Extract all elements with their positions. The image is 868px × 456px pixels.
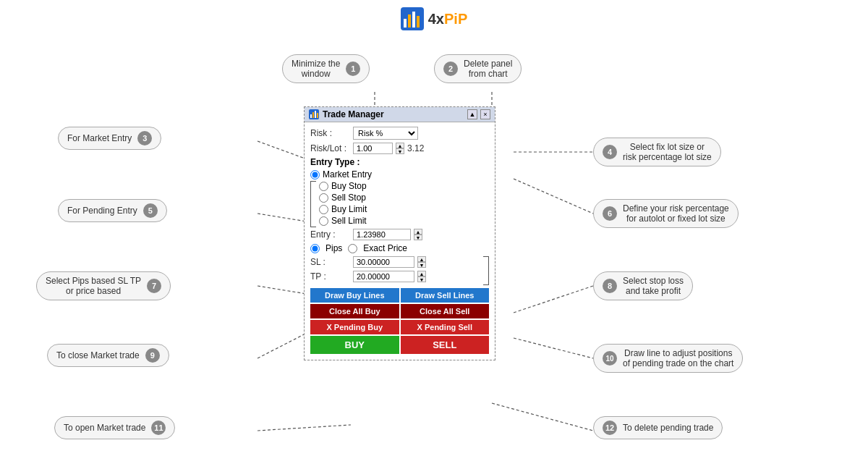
- panel-close-btn[interactable]: ×: [480, 109, 490, 119]
- logo-area: 4xPiP: [401, 7, 468, 30]
- sl-tp-fields: SL : ▲ ▼ TP : ▲ ▼: [310, 256, 482, 285]
- close-market-label: To close Market trade: [56, 350, 140, 360]
- svg-line-9: [258, 286, 311, 295]
- ann-market-entry: For Market Entry 3: [58, 127, 161, 150]
- pending-entry-label: For Pending Entry: [67, 206, 137, 216]
- svg-rect-1: [404, 19, 407, 28]
- draw-lines-row: Draw Buy Lines Draw Sell Lines: [310, 288, 489, 303]
- entry-spinner[interactable]: ▲ ▼: [414, 229, 422, 240]
- radio-sell-stop-input[interactable]: [319, 193, 328, 203]
- pips-label: Pips: [326, 243, 342, 253]
- svg-line-15: [514, 338, 593, 358]
- badge-11: 11: [151, 421, 166, 435]
- pill-delete-pending: 12 To delete pending trade: [593, 416, 723, 439]
- badge-7: 7: [147, 279, 161, 293]
- sell-btn[interactable]: SELL: [401, 336, 490, 354]
- close-all-buy-btn[interactable]: Close All Buy: [310, 304, 399, 318]
- radio-market-entry-input[interactable]: [310, 170, 320, 180]
- draw-buy-lines-btn[interactable]: Draw Buy Lines: [310, 288, 399, 303]
- pill-pending-entry: For Pending Entry 5: [58, 199, 167, 222]
- radio-market-entry[interactable]: Market Entry: [310, 169, 489, 180]
- panel-body: Risk : Risk % Fixed Lot Risk/Lot : ▲ ▼ 3…: [305, 122, 495, 360]
- svg-line-10: [258, 331, 311, 358]
- panel-titlebar: Trade Manager ▲ ×: [305, 107, 495, 122]
- spin-up[interactable]: ▲: [396, 143, 404, 148]
- radio-buy-limit-input[interactable]: [319, 205, 328, 214]
- entry-input[interactable]: [353, 229, 411, 240]
- tp-spinner[interactable]: ▲ ▼: [417, 271, 426, 282]
- sl-spin-down[interactable]: ▼: [417, 262, 426, 268]
- entry-label: Entry :: [310, 229, 350, 240]
- svg-line-11: [258, 425, 351, 431]
- svg-rect-2: [408, 14, 411, 28]
- draw-sell-lines-btn[interactable]: Draw Sell Lines: [401, 288, 490, 303]
- risk-select[interactable]: Risk % Fixed Lot: [353, 127, 418, 140]
- draw-line-label: Draw line to adjust positions of pending…: [623, 348, 733, 368]
- panel-title: Trade Manager: [309, 109, 384, 119]
- radio-buy-limit[interactable]: Buy Limit: [319, 204, 489, 214]
- exact-price-radio[interactable]: [348, 244, 357, 253]
- tp-row: TP : ▲ ▼: [310, 271, 482, 282]
- sl-tp-group: SL : ▲ ▼ TP : ▲ ▼: [310, 256, 489, 285]
- risk-lot-spinner[interactable]: ▲ ▼: [396, 143, 404, 154]
- risk-lot-calc: 3.12: [407, 143, 424, 153]
- sl-input[interactable]: [353, 256, 414, 268]
- ann-delete-pending: 12 To delete pending trade: [593, 416, 723, 439]
- sl-spinner[interactable]: ▲ ▼: [417, 256, 426, 268]
- tp-input[interactable]: [353, 271, 414, 282]
- sl-label: SL :: [310, 257, 350, 267]
- svg-rect-4: [417, 16, 420, 28]
- sl-spin-up[interactable]: ▲: [417, 256, 426, 262]
- buy-btn[interactable]: BUY: [310, 336, 399, 354]
- risk-row: Risk : Risk % Fixed Lot: [310, 127, 489, 140]
- risk-lot-input[interactable]: [353, 143, 393, 154]
- badge-1: 1: [346, 62, 360, 76]
- panel-title-text: Trade Manager: [323, 109, 384, 119]
- pill-close-market: To close Market trade 9: [47, 344, 169, 367]
- pips-row: Pips Exact Price: [310, 243, 489, 253]
- badge-5: 5: [143, 203, 158, 218]
- radio-sell-limit[interactable]: Sell Limit: [319, 216, 489, 226]
- entry-spin-up[interactable]: ▲: [414, 229, 422, 235]
- svg-line-13: [514, 179, 593, 214]
- pill-minimize: Minimize the window 1: [282, 54, 370, 83]
- pill-draw-line: 10 Draw line to adjust positions of pend…: [593, 344, 743, 373]
- risk-lot-label: Risk/Lot :: [310, 143, 350, 153]
- radio-sell-limit-input[interactable]: [319, 216, 328, 226]
- badge-2: 2: [443, 62, 458, 76]
- radio-sell-limit-label: Sell Limit: [331, 216, 367, 226]
- header: 4xPiP: [0, 0, 868, 30]
- radio-buy-limit-label: Buy Limit: [331, 204, 367, 214]
- spin-down[interactable]: ▼: [396, 148, 404, 154]
- radio-buy-stop-label: Buy Stop: [331, 181, 367, 191]
- pill-stop-loss: 8 Select stop loss and take profit: [593, 271, 693, 300]
- entry-type-label: Entry Type :: [310, 157, 489, 167]
- radio-buy-stop[interactable]: Buy Stop: [319, 181, 489, 191]
- panel-minimize-btn[interactable]: ▲: [467, 109, 477, 119]
- x-pending-sell-btn[interactable]: X Pending Sell: [401, 320, 490, 334]
- main-area: Minimize the window 1 2 Delete panel fro…: [0, 34, 868, 454]
- entry-spin-down[interactable]: ▼: [414, 235, 422, 240]
- badge-3: 3: [137, 131, 152, 145]
- pill-pips-sl-tp: Select Pips based SL TP or price based 7: [36, 271, 171, 300]
- logo-text: 4xPiP: [428, 11, 468, 28]
- open-market-label: To open Market trade: [64, 423, 145, 433]
- radio-sell-stop[interactable]: Sell Stop: [319, 193, 489, 203]
- tp-label: TP :: [310, 271, 350, 282]
- tp-spin-down[interactable]: ▼: [417, 276, 426, 282]
- radio-buy-stop-input[interactable]: [319, 182, 328, 191]
- svg-line-14: [514, 286, 593, 313]
- ann-fix-lot: 4 Select fix lot size or risk percentage…: [593, 138, 721, 166]
- svg-rect-19: [312, 112, 314, 118]
- close-all-sell-btn[interactable]: Close All Sell: [401, 304, 490, 318]
- tp-spin-up[interactable]: ▲: [417, 271, 426, 276]
- pips-label: Select Pips based SL TP or price based: [46, 276, 141, 296]
- logo-icon: [401, 7, 424, 30]
- panel-controls[interactable]: ▲ ×: [467, 109, 490, 119]
- ann-close-market: To close Market trade 9: [47, 344, 169, 367]
- x-pending-buy-btn[interactable]: X Pending Buy: [310, 320, 399, 334]
- pips-radio[interactable]: [310, 244, 320, 253]
- pending-options: Buy Stop Sell Stop Buy Limit Sell Limit: [319, 181, 489, 227]
- sl-row: SL : ▲ ▼: [310, 256, 482, 268]
- pill-fix-lot: 4 Select fix lot size or risk percentage…: [593, 138, 721, 166]
